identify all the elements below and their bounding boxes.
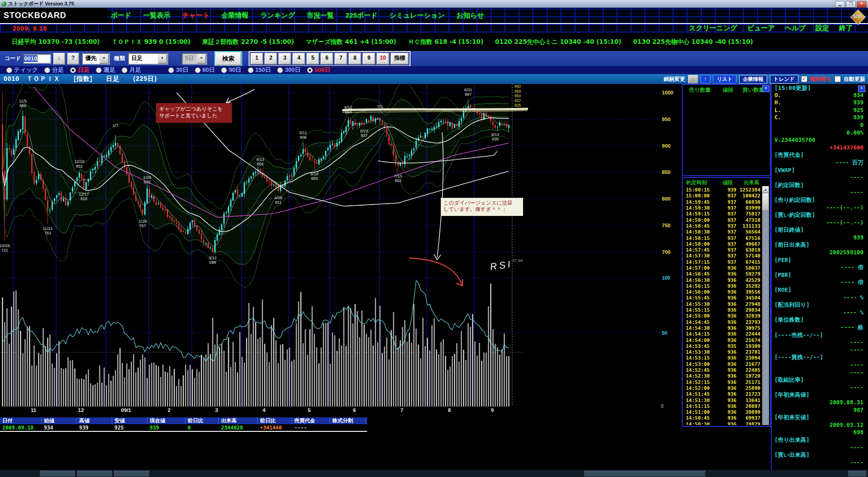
symbol-up-button[interactable]: ↑ xyxy=(701,75,711,84)
tape-row[interactable]: 14:57:3093757140 xyxy=(684,253,762,259)
minimize-button[interactable]: ▁ xyxy=(835,1,845,8)
page-button-1[interactable]: 1 xyxy=(250,53,263,65)
menu-item-チャート[interactable]: チャート xyxy=(182,11,210,20)
tape-row[interactable]: 14:52:3093619720 xyxy=(684,373,762,379)
taskbar-button[interactable] xyxy=(584,471,705,477)
page-button-5[interactable]: 5 xyxy=(307,53,319,65)
tape-row[interactable]: 14:57:0093658037 xyxy=(684,265,762,271)
corp-info-button[interactable]: 企業情報 xyxy=(739,75,767,84)
menu-item-企業情報[interactable]: 企業情報 xyxy=(222,11,249,20)
menu-item-シミュレーション[interactable]: シミュレーション xyxy=(389,11,444,20)
tape-row[interactable]: 14:55:3093627948 xyxy=(684,301,762,307)
ex-rights-checkbox[interactable]: ✓ xyxy=(801,76,807,82)
tape-row[interactable]: 14:57:1593767415 xyxy=(684,259,762,265)
tape-row[interactable]: 14:59:4593766830 xyxy=(684,199,762,205)
menu-item-ビューア[interactable]: ビューア xyxy=(747,24,775,33)
tape-scrollbar[interactable]: ▲ xyxy=(762,186,769,425)
scrollbar-thumb[interactable] xyxy=(762,193,769,210)
board-close-icon[interactable]: × xyxy=(762,85,769,92)
page-button-9[interactable]: 9 xyxy=(363,53,375,65)
tape-row[interactable]: 15:00:159391252394 xyxy=(684,187,762,193)
menu-item-設定[interactable]: 設定 xyxy=(816,24,829,33)
tape-row[interactable]: 14:56:1593635292 xyxy=(684,283,762,289)
tape-row[interactable]: 14:53:4593519309 xyxy=(684,343,762,349)
page-button-10[interactable]: 10 xyxy=(377,53,389,65)
menu-item-一覧表示[interactable]: 一覧表示 xyxy=(143,11,170,20)
page-button-4[interactable]: 4 xyxy=(292,53,305,65)
tape-row[interactable]: 14:55:0093632839 xyxy=(684,313,762,319)
tape-row[interactable]: 14:51:0093620899 xyxy=(684,409,762,415)
symbol-down-button[interactable]: ↓ xyxy=(688,75,698,84)
radio-30日[interactable]: 30日 xyxy=(168,66,188,74)
tape-row[interactable]: 14:54:3093630975 xyxy=(684,325,762,331)
tape-row[interactable]: 14:55:1593629834 xyxy=(684,307,762,313)
radio-分足[interactable]: 分足 xyxy=(44,66,64,74)
menu-item-ランキング[interactable]: ランキング xyxy=(260,11,295,20)
help-button[interactable]: ? xyxy=(67,53,79,65)
radio-300日[interactable]: 300日 xyxy=(277,66,301,74)
tape-row[interactable]: 14:58:3093756564 xyxy=(684,229,762,235)
tape-row[interactable]: 14:59:3093783999 xyxy=(684,205,762,211)
list-button[interactable]: リスト xyxy=(713,75,736,84)
tape-row[interactable]: 14:57:4593763019 xyxy=(684,247,762,253)
tape-row[interactable]: 14:54:0093621674 xyxy=(684,337,762,343)
tape-row[interactable]: 14:52:1593625171 xyxy=(684,379,762,385)
tape-row[interactable]: 14:54:4593623793 xyxy=(684,319,762,325)
indicator-button[interactable]: 指標 xyxy=(391,53,409,65)
menu-item-市況一覧[interactable]: 市況一覧 xyxy=(307,11,334,20)
radio-150日[interactable]: 150日 xyxy=(248,66,271,74)
tape-row[interactable]: 14:59:0093747318 xyxy=(684,217,762,223)
tape-row[interactable]: 14:58:1593767516 xyxy=(684,235,762,241)
radio-60日[interactable]: 60日 xyxy=(195,66,215,74)
page-button-2[interactable]: 2 xyxy=(264,53,277,65)
tape-row[interactable]: 14:51:1593620887 xyxy=(684,403,762,409)
menu-item-終了[interactable]: 終了 xyxy=(839,24,853,33)
radio-月足[interactable]: 月足 xyxy=(122,66,141,74)
tape-row[interactable]: 14:56:4593659279 xyxy=(684,271,762,277)
page-button-3[interactable]: 3 xyxy=(278,53,291,65)
menu-item-225ボード[interactable]: 225ボード xyxy=(346,11,378,20)
tape-row[interactable]: 14:58:45937131133 xyxy=(684,223,762,229)
taskbar-button[interactable] xyxy=(77,471,112,477)
menu-item-ボード[interactable]: ボード xyxy=(111,11,132,20)
search-button[interactable]: 検索 xyxy=(215,52,241,65)
restore-button[interactable]: ❐ xyxy=(846,1,856,8)
timeframe-select[interactable]: 日足▼ xyxy=(128,53,168,65)
radio-週足[interactable]: 週足 xyxy=(96,66,115,74)
tape-row[interactable]: 14:52:4593622485 xyxy=(684,367,762,373)
tape-row[interactable]: 14:56:0093639556 xyxy=(684,289,762,295)
scroll-up-icon[interactable]: ▲ xyxy=(762,186,769,193)
priority-select[interactable]: 優先▼ xyxy=(82,53,110,65)
trend-button[interactable]: トレンド xyxy=(770,75,798,84)
tape-row[interactable]: 14:53:1593623094 xyxy=(684,355,762,361)
tape-row[interactable]: 14:50:3093628829 xyxy=(684,421,762,425)
tape-row[interactable]: 14:59:1593775017 xyxy=(684,211,762,217)
menu-item-お知らせ[interactable]: お知らせ xyxy=(457,11,484,20)
tape-row[interactable]: 14:51:4593621723 xyxy=(684,391,762,397)
radio-90日[interactable]: 90日 xyxy=(221,66,241,74)
tape-row[interactable]: 14:51:3093613641 xyxy=(684,397,762,403)
taskbar-button[interactable] xyxy=(40,471,75,477)
radio-日足[interactable]: 日足 xyxy=(70,66,90,74)
tape-row[interactable]: 14:55:4593634584 xyxy=(684,295,762,301)
code-input[interactable]: 0010 xyxy=(23,54,51,64)
tape-row[interactable]: 14:53:0093621677 xyxy=(684,361,762,367)
tape-row[interactable]: 14:52:0093625890 xyxy=(684,385,762,391)
tape-row[interactable]: 14:54:1593622444 xyxy=(684,331,762,337)
tape-row[interactable]: 14:56:3093642529 xyxy=(684,277,762,283)
info-close-icon[interactable]: × xyxy=(858,85,865,92)
tape-row[interactable]: 14:58:0093749667 xyxy=(684,241,762,247)
tape-row[interactable]: 15:00:00937100422 xyxy=(684,193,762,199)
menu-item-ヘルプ[interactable]: ヘルプ xyxy=(785,24,806,33)
radio-500日[interactable]: 500日 xyxy=(307,66,330,74)
auto-update-checkbox[interactable] xyxy=(835,76,841,82)
code-down-button[interactable]: ↓ xyxy=(53,53,65,65)
tape-row[interactable]: 14:50:4593669937 xyxy=(684,415,762,421)
close-button[interactable]: ✕ xyxy=(857,1,867,8)
page-button-7[interactable]: 7 xyxy=(335,53,347,65)
page-button-8[interactable]: 8 xyxy=(349,53,361,65)
radio-ティック[interactable]: ティック xyxy=(6,66,38,74)
menu-item-スクリーニング[interactable]: スクリーニング xyxy=(689,24,737,33)
taskbar-button[interactable] xyxy=(114,471,149,477)
page-button-6[interactable]: 6 xyxy=(321,53,333,65)
